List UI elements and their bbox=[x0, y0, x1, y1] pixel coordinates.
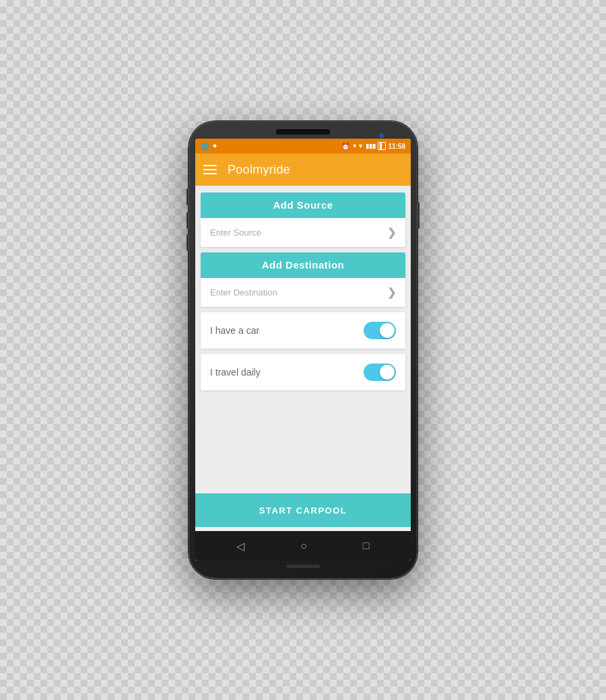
start-carpool-button[interactable]: START CARPOOL bbox=[195, 493, 411, 527]
phone-home-bar bbox=[286, 565, 320, 568]
hamburger-line-3 bbox=[203, 173, 217, 174]
destination-header: Add Destination bbox=[201, 252, 405, 278]
globe-icon: 🌐 bbox=[201, 143, 209, 150]
time-display: 11:58 bbox=[388, 143, 405, 150]
volume-down-button bbox=[187, 234, 189, 251]
travel-daily-label: I travel daily bbox=[210, 367, 261, 378]
navigation-bar: ◁ ○ □ bbox=[195, 531, 411, 561]
signal-icon: ▮▮▮ bbox=[366, 143, 376, 149]
status-right-icons: ⏰ ▼▼ ▮▮▮ ▌ 11:58 bbox=[341, 142, 405, 150]
source-header: Add Source bbox=[201, 193, 405, 218]
have-car-card: I have a car bbox=[201, 312, 405, 349]
have-car-label: I have a car bbox=[210, 325, 259, 336]
source-card: Add Source Enter Source ❯ bbox=[201, 193, 405, 247]
travel-daily-card: I travel daily bbox=[201, 354, 405, 390]
android-icon: ✦ bbox=[211, 141, 218, 151]
app-bar: Poolmyride bbox=[195, 153, 411, 186]
destination-header-text: Add Destination bbox=[262, 259, 345, 271]
front-camera bbox=[379, 133, 384, 138]
source-input-row[interactable]: Enter Source ❯ bbox=[201, 218, 405, 247]
app-title: Poolmyride bbox=[228, 163, 290, 177]
phone-speaker bbox=[276, 129, 330, 135]
volume-button bbox=[417, 202, 419, 229]
phone-screen: 🌐 ✦ ⏰ ▼▼ ▮▮▮ ▌ 11:58 Poolmyride bbox=[195, 139, 411, 561]
destination-card: Add Destination Enter Destination ❯ bbox=[201, 252, 405, 307]
travel-daily-toggle[interactable] bbox=[364, 363, 396, 381]
hamburger-menu[interactable] bbox=[203, 165, 217, 174]
source-chevron-icon: ❯ bbox=[387, 226, 396, 239]
start-carpool-text: START CARPOOL bbox=[259, 505, 347, 516]
source-placeholder: Enter Source bbox=[210, 228, 261, 238]
destination-input-row[interactable]: Enter Destination ❯ bbox=[201, 278, 405, 307]
recents-button[interactable]: □ bbox=[363, 540, 370, 552]
power-button bbox=[187, 188, 189, 205]
source-header-text: Add Source bbox=[273, 199, 333, 211]
alarm-icon: ⏰ bbox=[341, 143, 349, 150]
volume-up-button bbox=[187, 212, 189, 229]
destination-placeholder: Enter Destination bbox=[210, 287, 277, 298]
back-button[interactable]: ◁ bbox=[236, 540, 244, 553]
main-content: Add Source Enter Source ❯ Add Destinatio… bbox=[195, 186, 411, 527]
wifi-icon: ▼▼ bbox=[351, 143, 364, 149]
phone-device: 🌐 ✦ ⏰ ▼▼ ▮▮▮ ▌ 11:58 Poolmyride bbox=[189, 121, 417, 579]
destination-chevron-icon: ❯ bbox=[387, 286, 396, 299]
home-button[interactable]: ○ bbox=[300, 540, 307, 552]
hamburger-line-1 bbox=[203, 165, 217, 166]
have-car-toggle[interactable] bbox=[364, 322, 396, 339]
status-left-icons: 🌐 ✦ bbox=[201, 141, 218, 151]
hamburger-line-2 bbox=[203, 169, 217, 170]
status-bar: 🌐 ✦ ⏰ ▼▼ ▮▮▮ ▌ 11:58 bbox=[195, 139, 411, 153]
battery-icon: ▌ bbox=[378, 142, 386, 150]
